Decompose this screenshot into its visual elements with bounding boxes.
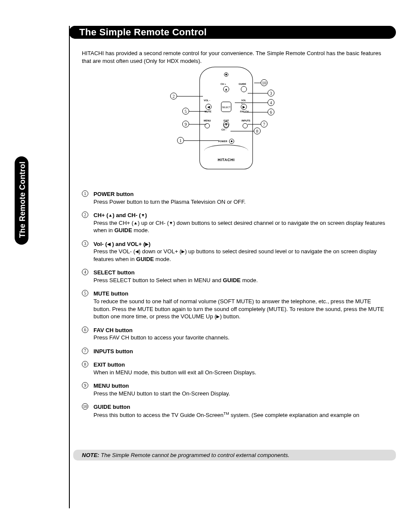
item-number: 2: [82, 212, 88, 218]
item-title: EXIT button: [93, 361, 125, 368]
item-number: 10: [82, 403, 88, 410]
item-title: SELECT button: [93, 269, 134, 276]
label-exit: EXIT: [224, 119, 229, 122]
power-row: POWER: [218, 139, 234, 144]
item-description: To reduce the sound to one half of norma…: [93, 298, 387, 320]
item-number: 5: [82, 290, 88, 296]
item-number: 1: [82, 190, 88, 197]
item-description: Press Power button to turn the Plasma Te…: [93, 198, 387, 206]
item-description: Press the MENU button to start the On-Sc…: [93, 390, 387, 398]
label-ch-minus: CH -: [221, 128, 226, 131]
label-guide: GUIDE: [239, 83, 246, 85]
item-title: MENU button: [93, 383, 129, 389]
item-description: Press the VOL- (◀) down or VOL+ (▶) up b…: [93, 248, 387, 263]
leader-8: [230, 131, 254, 131]
note-label: NOTE:: [82, 452, 99, 458]
power-button-icon: [229, 139, 234, 144]
description-item: 10GUIDE buttonPress this button to acces…: [84, 403, 387, 419]
item-number: 3: [82, 240, 88, 247]
description-item: 1POWER buttonPress Power button to turn …: [84, 190, 387, 205]
label-vol-minus: VOL -: [204, 99, 210, 102]
intro-paragraph: HITACHI has provided a second remote con…: [82, 50, 385, 65]
remote-divider: [204, 145, 248, 151]
leader-4: [235, 103, 268, 103]
leader-6: [243, 112, 268, 112]
item-number: 6: [82, 327, 88, 333]
callout-5: 5: [182, 108, 189, 115]
section-tab-label: The Remote Control: [18, 157, 27, 243]
page-title-bar: The Simple Remote Control: [69, 26, 396, 39]
ir-emitter-icon: [224, 72, 228, 77]
vol-down-button-icon: [206, 104, 212, 110]
page-title: The Simple Remote Control: [79, 27, 207, 37]
leader-2: [177, 96, 203, 96]
item-number: 8: [82, 361, 88, 367]
description-item: 3Vol- (◀ ) and VOL+ (▶)Press the VOL- (◀…: [84, 240, 387, 263]
menu-exit-inputs-row: MENU EXIT INPUTS: [205, 123, 248, 128]
item-title: FAV CH button: [93, 327, 133, 333]
leader-9: [189, 124, 206, 124]
label-menu: MENU: [204, 119, 211, 122]
leader-1: [184, 140, 218, 141]
leader-10: [254, 83, 261, 83]
callout-3: 3: [268, 90, 274, 96]
remote-diagram: CH + CH - VOL - VOL + GUIDE SELECT MUTE …: [170, 65, 299, 172]
item-description: When in MENU mode, this button will exit…: [93, 369, 387, 376]
description-item: 4SELECT buttonPress SELECT button to Sel…: [84, 269, 387, 284]
select-button-icon: SELECT: [221, 102, 231, 112]
item-description: Press SELECT button to Select when in ME…: [93, 277, 387, 284]
description-item: 2CH+ (▲) and CH- (▼)Press the CH+ (▲) up…: [84, 212, 387, 234]
guide-button-icon: [241, 86, 247, 92]
description-item: 9MENU buttonPress the MENU button to sta…: [84, 382, 387, 397]
callout-6: 6: [268, 109, 274, 115]
brand-logo: HITACHI: [218, 158, 234, 162]
label-power: POWER: [218, 140, 227, 143]
item-number: 4: [82, 269, 88, 275]
label-mute: MUTE: [205, 110, 212, 113]
item-title: MUTE button: [93, 290, 128, 297]
item-description: Press the CH+ (▲) up or CH- (▼) down but…: [93, 219, 387, 234]
label-fav-ch: FAV CH: [240, 110, 249, 113]
item-title: INPUTS button: [93, 348, 133, 355]
item-title: POWER button: [93, 191, 134, 197]
exit-button-icon: [224, 123, 229, 128]
vol-up-button-icon: [241, 104, 247, 110]
item-title: Vol- (◀ ) and VOL+ (▶): [93, 241, 150, 247]
leader-5: [189, 111, 206, 112]
item-number: 7: [82, 348, 88, 354]
leader-7: [248, 124, 261, 124]
callout-7: 7: [261, 121, 268, 128]
callout-1: 1: [177, 137, 184, 144]
vertical-rule: [69, 26, 70, 508]
item-description: Press FAV CH button to access your favor…: [93, 334, 387, 342]
ch-up-button-icon: [223, 86, 229, 92]
label-inputs: INPUTS: [242, 119, 250, 122]
item-title: GUIDE button: [93, 404, 130, 410]
item-description: Press this button to access the TV Guide…: [93, 411, 387, 419]
callout-9: 9: [182, 121, 189, 128]
remote-outline: CH + CH - VOL - VOL + GUIDE SELECT MUTE …: [199, 67, 253, 169]
description-item: 6FAV CH buttonPress FAV CH button to acc…: [84, 327, 387, 342]
callout-10: 10: [261, 79, 268, 86]
item-number: 9: [82, 382, 88, 389]
button-descriptions: 1POWER buttonPress Power button to turn …: [84, 190, 387, 425]
section-tab: The Remote Control: [15, 156, 28, 245]
description-item: 8EXIT buttonWhen in MENU mode, this butt…: [84, 361, 387, 376]
note-text: The Simple Remote cannot be programmed t…: [99, 452, 290, 458]
description-item: 5MUTE buttonTo reduce the sound to one h…: [84, 290, 387, 320]
item-title: CH+ (▲) and CH- (▼): [93, 212, 147, 218]
description-item: 7INPUTS button: [84, 348, 387, 355]
note-bar: NOTE: The Simple Remote cannot be progra…: [73, 450, 396, 460]
callout-8: 8: [254, 128, 261, 134]
label-ch-plus: CH +: [221, 83, 226, 85]
leader-3: [248, 93, 268, 93]
callout-4: 4: [268, 99, 274, 106]
inputs-button-icon: [243, 123, 248, 128]
callout-2: 2: [170, 93, 177, 100]
